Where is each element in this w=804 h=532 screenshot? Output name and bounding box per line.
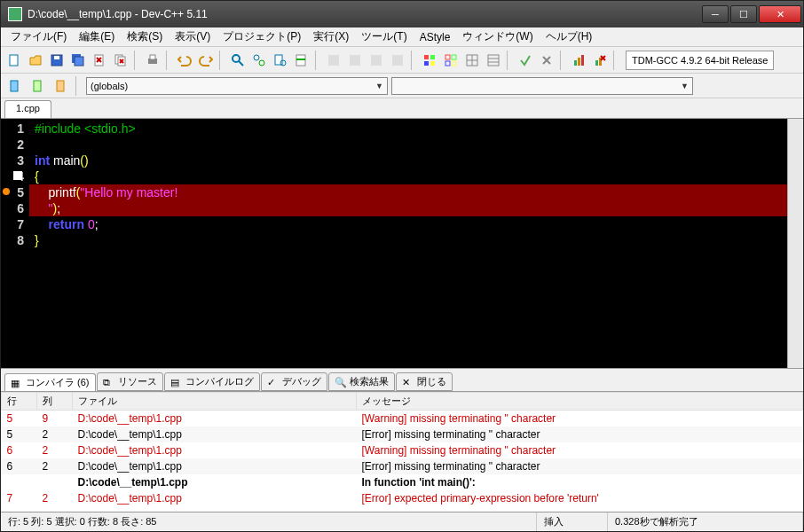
toolbar-nav: (globals)▼ ▼ [1, 74, 803, 98]
minimize-button[interactable]: ─ [702, 5, 729, 23]
svg-rect-2 [54, 56, 59, 59]
profile-icon[interactable] [569, 51, 588, 70]
delete-profile-icon[interactable] [590, 51, 610, 70]
bottom-tabs: ▦コンパイラ (6)⧉リソース▤コンパイルログ✓デバッグ🔍検索結果✕閉じる [1, 368, 803, 391]
status-position: 行: 5 列: 5 選択: 0 行数: 8 長さ: 85 [1, 512, 537, 531]
message-row[interactable]: 62D:\code\__temp\1.cpp[Warning] missing … [2, 442, 803, 458]
menubar: ファイル(F) 編集(E) 検索(S) 表示(V) プロジェクト(P) 実行(X… [1, 27, 803, 47]
svg-rect-28 [452, 61, 456, 66]
member-dropdown[interactable]: ▼ [391, 77, 693, 95]
code-area[interactable]: #include <stdio.h>int main(){ printf("He… [29, 119, 787, 368]
bottom-tab-2[interactable]: ▤コンパイルログ [164, 372, 260, 391]
menu-search[interactable]: 検索(S) [121, 27, 169, 46]
undo-icon[interactable] [175, 51, 194, 70]
col-file[interactable]: ファイル [73, 393, 357, 411]
bottom-tab-0[interactable]: ▦コンパイラ (6) [4, 373, 96, 392]
grid1-icon[interactable] [420, 51, 439, 70]
svg-point-10 [233, 55, 240, 62]
svg-rect-18 [350, 55, 360, 66]
goto-bookmark-icon[interactable] [28, 76, 47, 96]
grid2-icon[interactable] [441, 51, 461, 70]
grid4-icon[interactable] [484, 51, 503, 70]
open-icon[interactable] [26, 51, 45, 70]
svg-rect-21 [424, 55, 429, 59]
col-col[interactable]: 列 [37, 393, 73, 411]
toolbar-main: TDM-GCC 4.9.2 64-bit Release [1, 47, 803, 74]
bottom-tab-1[interactable]: ⧉リソース [97, 372, 163, 391]
vertical-scrollbar[interactable] [787, 119, 803, 368]
menu-file[interactable]: ファイル(F) [4, 27, 73, 46]
menu-edit[interactable]: 編集(E) [73, 27, 121, 46]
col-msg[interactable]: メッセージ [357, 393, 803, 411]
bookmark-icon[interactable] [4, 76, 24, 96]
stop-debug-icon[interactable] [537, 51, 556, 70]
tab-icon: ▦ [11, 378, 23, 388]
close-button[interactable]: ✕ [759, 5, 801, 23]
close-all-icon[interactable] [111, 51, 130, 70]
compile-icon[interactable] [324, 51, 343, 70]
run-icon[interactable] [345, 51, 365, 70]
tab-icon: ✕ [402, 377, 414, 387]
replace-icon[interactable] [249, 51, 269, 70]
message-row[interactable]: 59D:\code\__temp\1.cpp[Warning] missing … [2, 411, 803, 427]
menu-run[interactable]: 実行(X) [307, 27, 355, 46]
svg-rect-35 [574, 60, 577, 66]
col-line[interactable]: 行 [2, 393, 37, 411]
compiler-selector[interactable]: TDM-GCC 4.9.2 64-bit Release [626, 51, 774, 70]
close-file-icon[interactable] [90, 51, 109, 70]
message-row[interactable]: 62D:\code\__temp\1.cpp[Error] missing te… [2, 458, 803, 474]
line-gutter[interactable]: 12345678 [1, 119, 29, 368]
compiler-messages[interactable]: 行 列 ファイル メッセージ 59D:\code\__temp\1.cpp[Wa… [1, 391, 803, 512]
scope-dropdown[interactable]: (globals)▼ [86, 77, 388, 95]
svg-rect-16 [296, 59, 305, 60]
debug-icon[interactable] [516, 51, 535, 70]
tab-icon: ▤ [170, 377, 183, 387]
menu-tools[interactable]: ツール(T) [355, 27, 413, 46]
find-icon[interactable] [228, 51, 248, 70]
menu-help[interactable]: ヘルプ(H) [540, 27, 599, 46]
message-row[interactable]: 52D:\code\__temp\1.cpp[Error] missing te… [2, 426, 803, 442]
print-icon[interactable] [143, 51, 162, 70]
maximize-button[interactable]: ☐ [730, 5, 757, 23]
bottom-tab-3[interactable]: ✓デバッグ [261, 372, 327, 391]
svg-point-12 [259, 60, 264, 66]
compile-run-icon[interactable] [367, 51, 386, 70]
svg-rect-17 [328, 55, 339, 66]
find-in-files-icon[interactable] [271, 51, 290, 70]
svg-point-11 [254, 55, 259, 60]
svg-rect-20 [392, 55, 403, 66]
svg-rect-0 [10, 55, 18, 66]
file-tab[interactable]: 1.cpp [4, 100, 51, 118]
status-insert: 挿入 [537, 512, 608, 531]
tab-icon: ⧉ [103, 377, 115, 387]
titlebar[interactable]: D:\code\__temp\1.cpp - Dev-C++ 5.11 ─ ☐ … [1, 1, 803, 27]
menu-astyle[interactable]: AStyle [414, 29, 457, 45]
svg-rect-19 [371, 55, 382, 66]
menu-window[interactable]: ウィンドウ(W) [456, 27, 539, 46]
bottom-tab-5[interactable]: ✕閉じる [396, 372, 453, 391]
grid3-icon[interactable] [462, 51, 482, 70]
code-editor[interactable]: 12345678 #include <stdio.h>int main(){ p… [1, 118, 803, 368]
svg-rect-23 [424, 61, 429, 66]
rebuild-icon[interactable] [388, 51, 407, 70]
redo-icon[interactable] [196, 51, 216, 70]
tab-icon: 🔍 [335, 377, 347, 387]
new-file-icon[interactable] [4, 51, 24, 70]
svg-rect-41 [34, 81, 41, 91]
save-icon[interactable] [47, 51, 67, 70]
window-buttons: ─ ☐ ✕ [700, 5, 801, 23]
prev-bookmark-icon[interactable] [51, 76, 70, 96]
message-row[interactable]: 72D:\code\__temp\1.cpp[Error] expected p… [2, 490, 803, 506]
svg-rect-24 [430, 61, 435, 66]
svg-rect-4 [75, 57, 83, 66]
goto-line-icon[interactable] [292, 51, 311, 70]
statusbar: 行: 5 列: 5 選択: 0 行数: 8 長さ: 85 挿入 0.328秒で解… [1, 512, 803, 531]
svg-rect-26 [452, 55, 456, 59]
svg-rect-25 [445, 55, 450, 59]
svg-rect-22 [430, 55, 435, 59]
menu-project[interactable]: プロジェクト(P) [217, 27, 307, 46]
bottom-tab-4[interactable]: 🔍検索結果 [328, 372, 395, 391]
menu-view[interactable]: 表示(V) [169, 27, 217, 46]
message-row[interactable]: D:\code\__temp\1.cppIn function 'int mai… [2, 474, 803, 490]
save-all-icon[interactable] [68, 51, 88, 70]
